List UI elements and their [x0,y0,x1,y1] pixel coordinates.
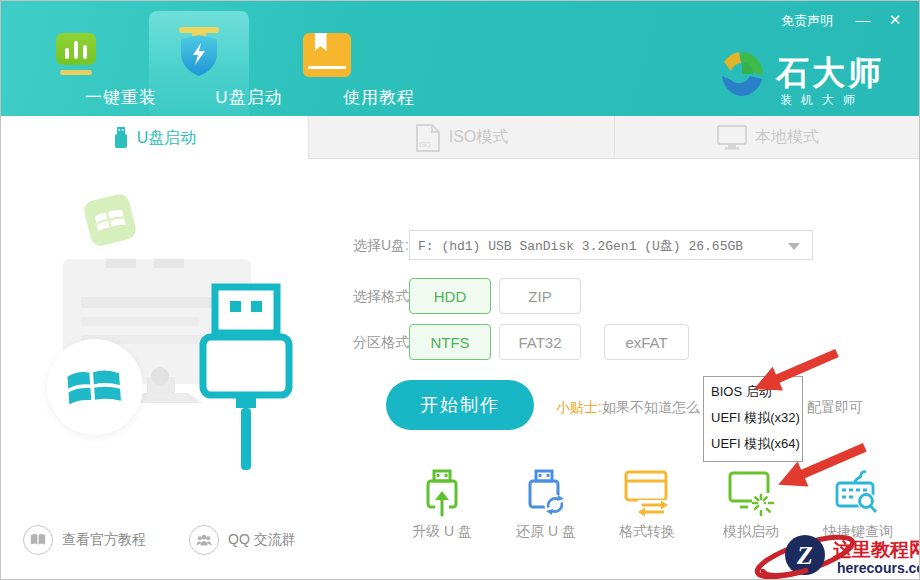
windows-badge [47,339,143,435]
chevron-down-icon [788,243,800,250]
tip-after: 配置即可 [807,399,863,417]
usb-shield-icon [175,21,223,79]
format-convert-icon [624,469,670,517]
tab-usb-boot[interactable]: U盘启动 [1,116,308,160]
nav-item-usb-boot[interactable]: U盘启动 [149,1,249,116]
book-icon [303,33,351,77]
brand-name: 石大师 [776,51,884,96]
annotation-arrow-boot-menu [749,349,841,395]
tip-before: 如果不知道怎么 [602,399,700,415]
monitor-icon [717,124,747,151]
svg-text:Z: Z [796,541,813,570]
usb-plug-drawing [197,281,293,476]
official-guide-label: 查看官方教程 [62,531,146,549]
usb-stick-icon [113,126,129,150]
watermark: Z 这里教程网 herecours.com [753,523,920,580]
nav-label-tutorial: 使用教程 [327,86,432,109]
minimize-button[interactable]: — [851,9,875,31]
qq-group-link[interactable]: QQ 交流群 [189,525,296,555]
simulate-boot-icon [728,469,774,517]
tip-label: 小贴士: [556,399,602,415]
iso-file-icon: ISO [415,123,441,153]
users-icon [189,525,219,555]
tool-format-convert[interactable]: 格式转换 [599,469,695,541]
annotation-arrow-simulate [773,443,869,491]
disclaimer-link[interactable]: 免责声明 [781,12,833,30]
tab-label-local: 本地模式 [755,127,819,148]
tab-local-mode[interactable]: 本地模式 [614,116,920,159]
chart-bars-icon [56,33,96,65]
official-guide-link[interactable]: 查看官方教程 [23,525,146,555]
guide-book-icon [23,525,53,555]
qq-group-label: QQ 交流群 [228,531,296,549]
brand-logo-icon [717,49,767,99]
tool-label-upgrade: 升级 U 盘 [394,523,490,541]
tip-text: 小贴士:如果不知道怎么 [556,399,700,417]
tool-upgrade-usb[interactable]: 升级 U 盘 [394,469,490,541]
svg-text:ISO: ISO [419,141,432,148]
close-button[interactable]: ✕ [883,9,907,31]
green-tile [82,192,138,248]
tool-label-format: 格式转换 [599,523,695,541]
usb-restore-icon [524,469,568,517]
format-label: 选择格式: [353,288,413,306]
watermark-url: herecours.com [837,560,920,576]
chart-bars-underline [60,70,92,75]
monitor-dot [151,367,169,385]
usb-select-value: F: (hd1) USB SanDisk 3.2Gen1 (U盘) 26.65G… [418,237,743,255]
usb-select-label: 选择U盘: [353,237,409,255]
brand-tagline: 装机大师 [780,92,864,109]
tab-bar: U盘启动 ISO ISO模式 本地模式 [1,116,920,159]
format-option-zip[interactable]: ZIP [499,278,581,314]
usb-upgrade-icon [420,469,464,517]
tool-label-restore: 还原 U 盘 [498,523,594,541]
nav-item-reinstall[interactable]: 一键重装 [31,1,121,116]
partition-label: 分区格式: [353,334,413,352]
app-window: 一键重装 U盘启动 使用教程 免责声明 — ✕ [0,0,920,580]
tab-label-usb-boot: U盘启动 [137,128,197,149]
partition-option-exfat[interactable]: exFAT [604,324,689,360]
illustration [1,159,341,539]
tab-label-iso: ISO模式 [449,127,509,148]
partition-option-fat32[interactable]: FAT32 [499,324,581,360]
nav-item-tutorial[interactable]: 使用教程 [274,1,379,116]
partition-option-ntfs[interactable]: NTFS [409,324,491,360]
tool-restore-usb[interactable]: 还原 U 盘 [498,469,594,541]
tab-iso-mode[interactable]: ISO ISO模式 [308,116,614,159]
usb-select[interactable]: F: (hd1) USB SanDisk 3.2Gen1 (U盘) 26.65G… [409,230,813,260]
format-option-hdd[interactable]: HDD [409,278,491,314]
boot-menu-item-uefi32[interactable]: UEFI 模拟(x32) [704,409,802,427]
start-button[interactable]: 开始制作 [386,380,534,430]
header: 一键重装 U盘启动 使用教程 免责声明 — ✕ [1,1,920,116]
